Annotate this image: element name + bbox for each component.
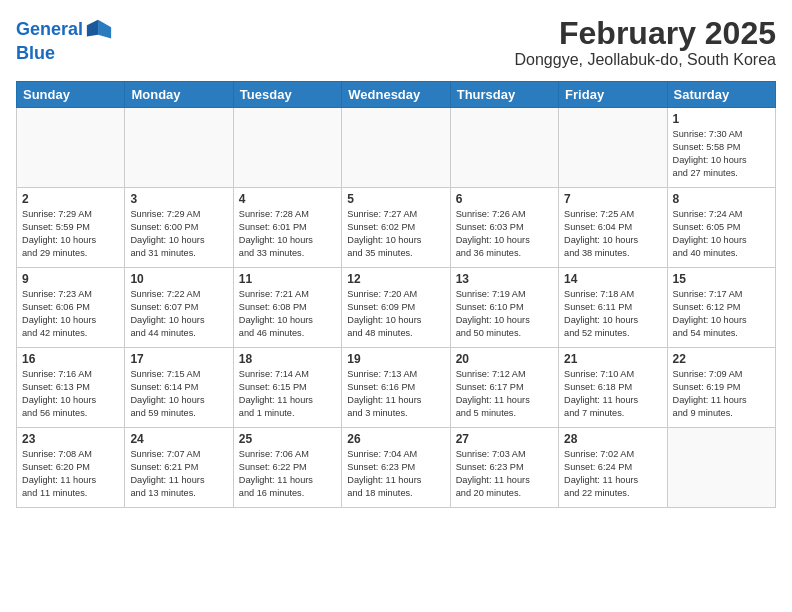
day-info: Sunrise: 7:17 AM Sunset: 6:12 PM Dayligh…: [673, 288, 770, 340]
day-number: 27: [456, 432, 553, 446]
day-number: 9: [22, 272, 119, 286]
weekday-header: Friday: [559, 82, 667, 108]
day-info: Sunrise: 7:02 AM Sunset: 6:24 PM Dayligh…: [564, 448, 661, 500]
day-number: 21: [564, 352, 661, 366]
calendar-week-row: 16Sunrise: 7:16 AM Sunset: 6:13 PM Dayli…: [17, 348, 776, 428]
day-number: 26: [347, 432, 444, 446]
day-info: Sunrise: 7:22 AM Sunset: 6:07 PM Dayligh…: [130, 288, 227, 340]
day-number: 8: [673, 192, 770, 206]
calendar-cell: 23Sunrise: 7:08 AM Sunset: 6:20 PM Dayli…: [17, 428, 125, 508]
day-number: 2: [22, 192, 119, 206]
logo-text: General: [16, 20, 83, 40]
calendar-cell: 6Sunrise: 7:26 AM Sunset: 6:03 PM Daylig…: [450, 188, 558, 268]
day-info: Sunrise: 7:27 AM Sunset: 6:02 PM Dayligh…: [347, 208, 444, 260]
day-number: 22: [673, 352, 770, 366]
title-area: February 2025 Donggye, Jeollabuk-do, Sou…: [514, 16, 776, 69]
calendar-header-row: SundayMondayTuesdayWednesdayThursdayFrid…: [17, 82, 776, 108]
calendar-cell: 14Sunrise: 7:18 AM Sunset: 6:11 PM Dayli…: [559, 268, 667, 348]
calendar-cell: 10Sunrise: 7:22 AM Sunset: 6:07 PM Dayli…: [125, 268, 233, 348]
calendar-cell: 1Sunrise: 7:30 AM Sunset: 5:58 PM Daylig…: [667, 108, 775, 188]
day-number: 15: [673, 272, 770, 286]
day-number: 16: [22, 352, 119, 366]
calendar-cell: [125, 108, 233, 188]
day-info: Sunrise: 7:07 AM Sunset: 6:21 PM Dayligh…: [130, 448, 227, 500]
day-info: Sunrise: 7:09 AM Sunset: 6:19 PM Dayligh…: [673, 368, 770, 420]
calendar-cell: 26Sunrise: 7:04 AM Sunset: 6:23 PM Dayli…: [342, 428, 450, 508]
calendar-week-row: 2Sunrise: 7:29 AM Sunset: 5:59 PM Daylig…: [17, 188, 776, 268]
day-number: 14: [564, 272, 661, 286]
day-info: Sunrise: 7:08 AM Sunset: 6:20 PM Dayligh…: [22, 448, 119, 500]
calendar-cell: [450, 108, 558, 188]
day-number: 4: [239, 192, 336, 206]
calendar-week-row: 23Sunrise: 7:08 AM Sunset: 6:20 PM Dayli…: [17, 428, 776, 508]
logo-icon: [85, 16, 113, 44]
svg-marker-1: [87, 20, 98, 37]
calendar-cell: [342, 108, 450, 188]
day-info: Sunrise: 7:10 AM Sunset: 6:18 PM Dayligh…: [564, 368, 661, 420]
day-info: Sunrise: 7:20 AM Sunset: 6:09 PM Dayligh…: [347, 288, 444, 340]
calendar-cell: 5Sunrise: 7:27 AM Sunset: 6:02 PM Daylig…: [342, 188, 450, 268]
calendar-cell: 9Sunrise: 7:23 AM Sunset: 6:06 PM Daylig…: [17, 268, 125, 348]
day-number: 19: [347, 352, 444, 366]
calendar-cell: 28Sunrise: 7:02 AM Sunset: 6:24 PM Dayli…: [559, 428, 667, 508]
day-info: Sunrise: 7:26 AM Sunset: 6:03 PM Dayligh…: [456, 208, 553, 260]
weekday-header: Saturday: [667, 82, 775, 108]
calendar-cell: 2Sunrise: 7:29 AM Sunset: 5:59 PM Daylig…: [17, 188, 125, 268]
svg-marker-0: [98, 20, 111, 39]
day-number: 10: [130, 272, 227, 286]
calendar-cell: 12Sunrise: 7:20 AM Sunset: 6:09 PM Dayli…: [342, 268, 450, 348]
day-info: Sunrise: 7:04 AM Sunset: 6:23 PM Dayligh…: [347, 448, 444, 500]
day-info: Sunrise: 7:03 AM Sunset: 6:23 PM Dayligh…: [456, 448, 553, 500]
weekday-header: Sunday: [17, 82, 125, 108]
day-info: Sunrise: 7:28 AM Sunset: 6:01 PM Dayligh…: [239, 208, 336, 260]
calendar-cell: 16Sunrise: 7:16 AM Sunset: 6:13 PM Dayli…: [17, 348, 125, 428]
day-number: 17: [130, 352, 227, 366]
day-number: 23: [22, 432, 119, 446]
day-number: 11: [239, 272, 336, 286]
calendar-body: 1Sunrise: 7:30 AM Sunset: 5:58 PM Daylig…: [17, 108, 776, 508]
day-info: Sunrise: 7:12 AM Sunset: 6:17 PM Dayligh…: [456, 368, 553, 420]
calendar-cell: 27Sunrise: 7:03 AM Sunset: 6:23 PM Dayli…: [450, 428, 558, 508]
calendar-cell: 7Sunrise: 7:25 AM Sunset: 6:04 PM Daylig…: [559, 188, 667, 268]
day-number: 6: [456, 192, 553, 206]
logo: General Blue: [16, 16, 113, 64]
day-number: 24: [130, 432, 227, 446]
calendar-cell: 4Sunrise: 7:28 AM Sunset: 6:01 PM Daylig…: [233, 188, 341, 268]
calendar-cell: 18Sunrise: 7:14 AM Sunset: 6:15 PM Dayli…: [233, 348, 341, 428]
calendar-table: SundayMondayTuesdayWednesdayThursdayFrid…: [16, 81, 776, 508]
day-info: Sunrise: 7:16 AM Sunset: 6:13 PM Dayligh…: [22, 368, 119, 420]
calendar-week-row: 9Sunrise: 7:23 AM Sunset: 6:06 PM Daylig…: [17, 268, 776, 348]
day-info: Sunrise: 7:19 AM Sunset: 6:10 PM Dayligh…: [456, 288, 553, 340]
weekday-header: Monday: [125, 82, 233, 108]
weekday-header: Tuesday: [233, 82, 341, 108]
calendar-cell: 15Sunrise: 7:17 AM Sunset: 6:12 PM Dayli…: [667, 268, 775, 348]
calendar-cell: 17Sunrise: 7:15 AM Sunset: 6:14 PM Dayli…: [125, 348, 233, 428]
calendar-cell: 25Sunrise: 7:06 AM Sunset: 6:22 PM Dayli…: [233, 428, 341, 508]
day-number: 3: [130, 192, 227, 206]
day-info: Sunrise: 7:23 AM Sunset: 6:06 PM Dayligh…: [22, 288, 119, 340]
calendar-cell: 11Sunrise: 7:21 AM Sunset: 6:08 PM Dayli…: [233, 268, 341, 348]
calendar-cell: 24Sunrise: 7:07 AM Sunset: 6:21 PM Dayli…: [125, 428, 233, 508]
calendar-cell: [17, 108, 125, 188]
calendar-cell: 19Sunrise: 7:13 AM Sunset: 6:16 PM Dayli…: [342, 348, 450, 428]
day-info: Sunrise: 7:13 AM Sunset: 6:16 PM Dayligh…: [347, 368, 444, 420]
day-info: Sunrise: 7:15 AM Sunset: 6:14 PM Dayligh…: [130, 368, 227, 420]
day-number: 7: [564, 192, 661, 206]
weekday-header: Thursday: [450, 82, 558, 108]
day-number: 5: [347, 192, 444, 206]
day-info: Sunrise: 7:25 AM Sunset: 6:04 PM Dayligh…: [564, 208, 661, 260]
day-info: Sunrise: 7:18 AM Sunset: 6:11 PM Dayligh…: [564, 288, 661, 340]
day-info: Sunrise: 7:06 AM Sunset: 6:22 PM Dayligh…: [239, 448, 336, 500]
calendar-cell: 22Sunrise: 7:09 AM Sunset: 6:19 PM Dayli…: [667, 348, 775, 428]
day-info: Sunrise: 7:24 AM Sunset: 6:05 PM Dayligh…: [673, 208, 770, 260]
calendar-cell: 20Sunrise: 7:12 AM Sunset: 6:17 PM Dayli…: [450, 348, 558, 428]
header: General Blue February 2025 Donggye, Jeol…: [16, 16, 776, 69]
calendar-cell: 21Sunrise: 7:10 AM Sunset: 6:18 PM Dayli…: [559, 348, 667, 428]
calendar-cell: [667, 428, 775, 508]
logo-blue-text: Blue: [16, 44, 113, 64]
day-number: 12: [347, 272, 444, 286]
day-number: 20: [456, 352, 553, 366]
calendar-cell: 3Sunrise: 7:29 AM Sunset: 6:00 PM Daylig…: [125, 188, 233, 268]
day-number: 13: [456, 272, 553, 286]
calendar-cell: [233, 108, 341, 188]
